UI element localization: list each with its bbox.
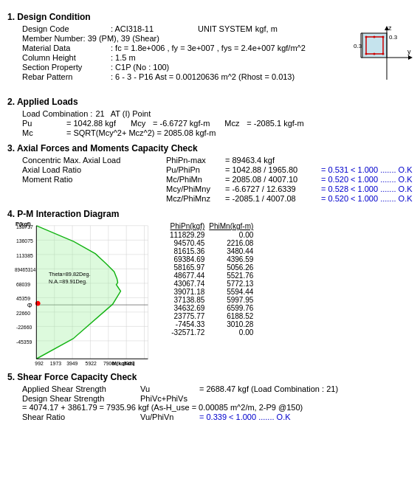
- load-comb-suffix: AT (I) Point: [111, 109, 151, 118]
- svg-point-11: [365, 53, 368, 55]
- pm-row-13: -32571.720.00: [170, 328, 258, 336]
- pm-row-4: 69384.694396.59: [170, 255, 258, 263]
- mcz-label: Mcz: [224, 119, 247, 128]
- mcz-value: = -2085.1 kgf-m: [247, 119, 303, 128]
- pu-label: Pu: [22, 119, 66, 128]
- design-shear-value: = 4074.17 + 3861.79 = 7935.96 kgf (As-H_…: [22, 403, 303, 412]
- pm-row-11: 23775.776188.52: [170, 312, 258, 320]
- axial-load-label: Axial Load Ratio: [22, 165, 166, 174]
- pm-row-12: -7454.333010.28: [170, 320, 258, 328]
- pm-row-3: 81615.363480.44: [170, 247, 258, 255]
- applied-shear-label: Applied Shear Strength: [22, 384, 140, 393]
- pm-table-header-m: PhiMn(kgf-m): [209, 222, 258, 231]
- section-value: : C1P (No : 100): [111, 63, 169, 72]
- svg-text:P(kgf): P(kgf): [16, 222, 31, 227]
- applied-shear-var: Vu: [140, 384, 199, 393]
- pm-table-header-p: PhiPn(kgf): [170, 222, 209, 231]
- svg-text:992: 992: [35, 361, 44, 366]
- rebar-label: Rebar Pattern: [22, 72, 111, 81]
- section-2: 2. Applied Loads Load Combination : 21 A…: [7, 97, 413, 137]
- svg-text:45359: 45359: [16, 296, 30, 301]
- shear-ratio-var: Vu/PhiVn: [140, 412, 199, 421]
- theta-label: Theta=89.82Deg.: [49, 271, 91, 277]
- pm-row-9: 37138.855997.95: [170, 296, 258, 304]
- section-5-title: 5. Shear Force Capacity Check: [7, 372, 413, 382]
- material-value: : fc = 1.8e+006 , fy = 3e+007 , fys = 2.…: [111, 44, 306, 52]
- rebar-value: : 6 - 3 - P16 Ast = 0.00120636 m^2 (Rhos…: [111, 72, 295, 81]
- svg-point-14: [373, 53, 376, 55]
- column-height-label: Column Height: [22, 53, 111, 62]
- svg-text:113385: 113385: [16, 253, 33, 258]
- moment-ratio: = 0.520 < 1.000 ....... O.K: [321, 175, 413, 184]
- pm-diagram-chart: Theta=89.82Deg. N.A.=89.91Deg. 158737 13…: [15, 222, 162, 366]
- svg-point-12: [382, 53, 385, 55]
- svg-text:136075: 136075: [16, 238, 33, 244]
- mcy-var: Mcy/PhiMny: [166, 184, 225, 193]
- svg-text:3949: 3949: [66, 361, 78, 366]
- section-1-title: 1. Design Condition: [7, 12, 413, 22]
- axial-load-value: = 1042.88 / 1965.80: [225, 165, 321, 174]
- svg-point-9: [365, 36, 368, 38]
- load-comb-label: Load Combination :: [22, 109, 92, 118]
- moment-label: Moment Ratio: [22, 175, 166, 184]
- unit-system-value: kgf, m: [255, 24, 278, 33]
- unit-system-label: UNIT SYSTEM: [198, 24, 252, 33]
- svg-text:z: z: [388, 24, 392, 32]
- load-comb-value: 21: [95, 109, 104, 118]
- section-2-title: 2. Applied Loads: [7, 97, 413, 107]
- concentric-var: PhiPn-max: [166, 156, 225, 165]
- design-shear-label: Design Shear Strength: [22, 394, 140, 403]
- material-label: Material Data: [22, 44, 111, 52]
- section-label: Section Property: [22, 63, 111, 72]
- mcz-check-value: = -2085.1 / 4007.08: [225, 194, 321, 203]
- pm-row-8: 39071.185594.44: [170, 288, 258, 296]
- design-code-label: Design Code: [22, 24, 111, 33]
- pm-table: PhiPn(kgf) PhiMn(kgf-m) 111829.290.00 94…: [170, 222, 258, 366]
- svg-point-13: [373, 36, 376, 38]
- column-diagram: z y 0.3 0.3: [331, 24, 413, 91]
- section-4-title: 4. P-M Interaction Diagram: [7, 209, 413, 219]
- mcy-value: = -6.6727 kgf-m: [153, 119, 210, 128]
- pm-row-7: 43067.745772.13: [170, 280, 258, 288]
- svg-point-10: [382, 36, 385, 38]
- svg-text:y: y: [407, 48, 411, 55]
- moment-var: Mc/PhiMn: [166, 175, 225, 184]
- svg-marker-4: [408, 55, 413, 60]
- mcy-label: Mcy: [131, 119, 153, 128]
- applied-shear-value: = 2688.47 kgf (Load Combination : 21): [199, 384, 338, 393]
- section-3: 3. Axial Forces and Moments Capacity Che…: [7, 143, 413, 203]
- svg-text:M(kgf-m): M(kgf-m): [112, 360, 135, 366]
- svg-text:22660: 22660: [16, 311, 30, 316]
- shear-ratio-value: = 0.339 < 1.000 ....... O.K: [199, 412, 291, 421]
- section-3-title: 3. Axial Forces and Moments Capacity Che…: [7, 143, 413, 153]
- section-5: 5. Shear Force Capacity Check Applied Sh…: [7, 372, 413, 421]
- pm-row-5: 58165.975056.26: [170, 263, 258, 272]
- mcy-check-value: = -6.6727 / 12.6339: [225, 184, 321, 193]
- pm-row-1: 111829.290.00: [170, 231, 258, 239]
- mcz-ratio: = 0.520 < 1.000 ....... O.K: [321, 194, 413, 203]
- pm-row-2: 94570.452216.08: [170, 239, 258, 247]
- pu-value: = 1042.88 kgf: [66, 119, 116, 128]
- svg-text:0.3: 0.3: [389, 34, 398, 41]
- svg-text:5922: 5922: [86, 361, 97, 366]
- design-code-value: : ACI318-11: [111, 24, 154, 33]
- design-shear-var: PhiVc+PhiVs: [140, 394, 199, 403]
- concentric-value: = 89463.4 kgf: [225, 156, 275, 165]
- na-label: N.A.=89.91Deg.: [49, 278, 87, 285]
- axial-load-var: Pu/PhiPn: [166, 165, 225, 174]
- svg-text:89465314: 89465314: [15, 267, 36, 272]
- axial-load-ratio: = 0.531 < 1.000 ....... O.K: [321, 165, 413, 174]
- concentric-label: Concentric Max. Axial Load: [22, 156, 166, 165]
- section-4: 4. P-M Interaction Diagram: [7, 209, 413, 366]
- pm-row-10: 34632.696599.76: [170, 304, 258, 312]
- moment-value: = 2085.08 / 4007.10: [225, 175, 321, 184]
- mcz-var: Mcz/PhiMnz: [166, 194, 225, 203]
- column-height-value: : 1.5 m: [111, 53, 136, 62]
- section-1: 1. Design Condition Design Code : ACI318…: [7, 12, 413, 91]
- svg-text:Φ: Φ: [27, 302, 32, 309]
- shear-ratio-label: Shear Ratio: [22, 412, 140, 421]
- pm-row-6: 48677.445521.76: [170, 272, 258, 280]
- svg-text:-45359: -45359: [16, 339, 32, 345]
- mc-value: = SQRT(Mcy^2+ Mcz^2) = 2085.08 kgf-m: [66, 128, 216, 137]
- member-label: Member Number: 39 (PM), 39 (Shear): [22, 34, 159, 43]
